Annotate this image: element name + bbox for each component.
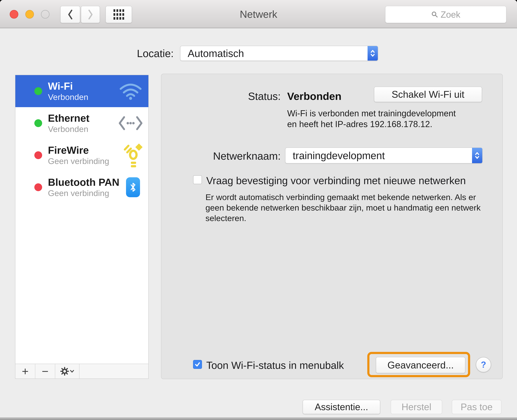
network-preferences-window: Netwerk Zoek Locatie: Automatisch Wi-Fi … xyxy=(0,0,517,420)
sidebar-item-ethernet[interactable]: Ethernet Verbonden xyxy=(15,107,148,139)
add-service-button[interactable]: + xyxy=(15,364,35,379)
status-description: Wi-Fi is verbonden met trainingdevelopme… xyxy=(287,108,456,129)
apply-button: Pas toe xyxy=(452,400,501,414)
location-value: Automatisch xyxy=(180,47,367,59)
status-label: Status: xyxy=(175,90,281,102)
sidebar-item-status: Geen verbinding xyxy=(48,188,120,198)
status-dot-red xyxy=(34,151,42,159)
services-sidebar: Wi-Fi Verbonden Ethernet Verbonden xyxy=(15,75,149,379)
checkmark-icon xyxy=(195,361,201,368)
network-name-value: trainingdevelopment xyxy=(285,150,472,161)
ethernet-icon xyxy=(119,116,143,131)
firewire-icon xyxy=(123,143,143,167)
window-toolbar: Netwerk Zoek xyxy=(0,0,517,28)
help-button[interactable]: ? xyxy=(476,357,491,372)
menubar-status-checkbox[interactable] xyxy=(193,360,202,369)
status-value: Verbonden xyxy=(287,90,341,102)
sidebar-item-firewire[interactable]: FireWire Geen verbinding xyxy=(15,139,148,171)
sidebar-item-name: FireWire xyxy=(48,144,109,156)
menubar-status-label: Toon Wi-Fi-status in menubalk xyxy=(206,360,344,371)
chevron-down-icon xyxy=(70,370,74,373)
sidebar-item-name: Ethernet xyxy=(48,112,90,124)
network-name-label: Netwerknaam: xyxy=(175,150,281,162)
status-dot-green xyxy=(34,119,42,127)
assistant-button[interactable]: Assistentie... xyxy=(303,400,380,414)
status-description-line1: Wi-Fi is verbonden met trainingdevelopme… xyxy=(287,108,456,119)
bluetooth-icon xyxy=(126,177,140,197)
gear-icon xyxy=(60,367,69,375)
revert-button: Herstel xyxy=(391,400,442,414)
popup-stepper-icon xyxy=(472,148,482,163)
sidebar-item-status: Verbonden xyxy=(48,92,88,102)
sidebar-item-status: Verbonden xyxy=(48,124,90,134)
status-dot-green xyxy=(34,87,42,95)
status-description-line2: en heeft het IP-adres 192.168.178.12. xyxy=(287,119,456,129)
sidebar-item-wifi[interactable]: Wi-Fi Verbonden xyxy=(15,75,148,107)
wifi-settings-panel: Status: Verbonden Schakel Wi-Fi uit Wi-F… xyxy=(161,74,503,379)
search-input[interactable]: Zoek xyxy=(385,6,506,23)
minus-icon: − xyxy=(42,365,48,378)
location-label: Locatie: xyxy=(75,47,174,60)
remove-service-button[interactable]: − xyxy=(35,364,55,379)
turn-off-wifi-button[interactable]: Schakel Wi-Fi uit xyxy=(374,87,482,102)
window-bottom-edge xyxy=(0,417,517,420)
search-placeholder: Zoek xyxy=(441,9,460,20)
ask-join-checkbox[interactable] xyxy=(193,175,202,184)
network-name-dropdown[interactable]: trainingdevelopment xyxy=(285,148,483,163)
location-dropdown[interactable]: Automatisch xyxy=(180,46,378,61)
help-icon: ? xyxy=(481,360,486,370)
ask-join-description: Er wordt automatisch verbinding gemaakt … xyxy=(205,192,488,224)
sidebar-toolbar-filler xyxy=(79,364,148,379)
plus-icon: + xyxy=(22,365,29,378)
popup-stepper-icon xyxy=(367,46,378,60)
advanced-button[interactable]: Geavanceerd... xyxy=(376,357,465,373)
sidebar-item-name: Wi-Fi xyxy=(48,80,88,92)
wifi-icon xyxy=(119,82,142,100)
ask-join-label: Vraag bevestiging voor verbinding met ni… xyxy=(206,175,466,187)
sidebar-item-status: Geen verbinding xyxy=(48,156,109,166)
sidebar-item-name: Bluetooth PAN xyxy=(48,176,120,188)
search-icon xyxy=(431,11,438,18)
sidebar-toolbar: + − xyxy=(15,364,148,379)
status-dot-red xyxy=(34,183,42,191)
service-actions-button[interactable] xyxy=(55,364,79,379)
sidebar-item-bluetooth-pan[interactable]: Bluetooth PAN Geen verbinding xyxy=(15,171,148,203)
